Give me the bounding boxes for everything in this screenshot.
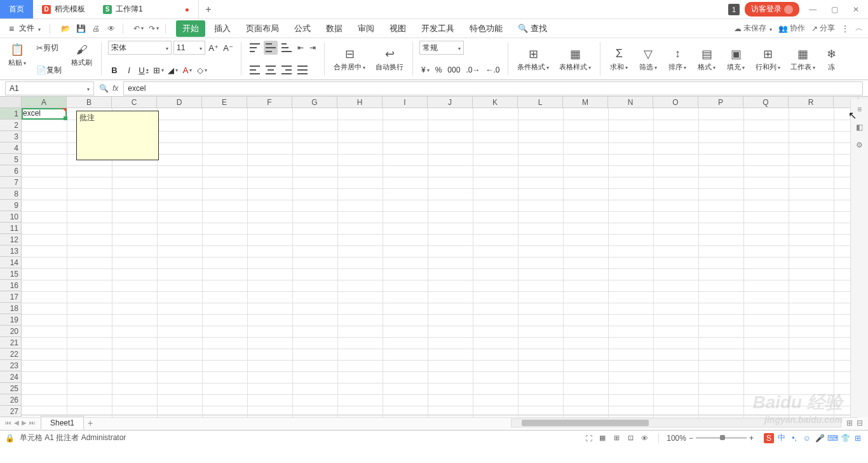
notification-badge[interactable]: 1 (728, 4, 740, 15)
close-button[interactable]: ✕ (848, 3, 864, 16)
tab-view[interactable]: 视图 (383, 20, 412, 37)
align-justify-button[interactable] (295, 63, 309, 77)
row-header-20[interactable]: 20 (0, 326, 21, 337)
cut-button[interactable]: ✂ 剪切 (34, 41, 60, 55)
copy-button[interactable]: 📄 复制 (34, 63, 64, 77)
align-right-button[interactable] (280, 63, 294, 77)
font-combo[interactable]: 宋体 (108, 41, 172, 55)
merge-button[interactable]: ⊟合并居中 (331, 41, 368, 77)
col-header-D[interactable]: D (157, 97, 202, 107)
row-header-1[interactable]: 1 (0, 108, 21, 120)
unsaved-indicator[interactable]: ☁ 未保存 (734, 23, 772, 34)
conditional-format-button[interactable]: ⊞条件格式 (515, 41, 552, 77)
fill-color-button[interactable]: ◢ (166, 63, 179, 77)
row-header-12[interactable]: 12 (0, 234, 21, 245)
col-header-H[interactable]: H (337, 97, 383, 107)
expand-fx-button[interactable]: 🔍 (99, 84, 109, 93)
paste-button[interactable]: 📋 粘贴 (5, 41, 29, 69)
row-header-3[interactable]: 3 (0, 131, 21, 142)
font-color-button[interactable]: A (181, 63, 194, 77)
open-button[interactable]: 📂 (59, 22, 72, 35)
add-sheet-button[interactable]: + (88, 418, 93, 428)
collapse-ribbon[interactable]: ︿ (855, 23, 863, 34)
file-menu[interactable]: 文件 (5, 22, 44, 35)
tab-formula[interactable]: 公式 (288, 20, 317, 37)
sheet-last-button[interactable]: ⏭ (29, 419, 36, 426)
row-header-10[interactable]: 10 (0, 211, 21, 223)
bold-button[interactable]: B (108, 63, 121, 77)
table-style-button[interactable]: ▦表格样式 (557, 41, 593, 77)
col-header-A[interactable]: A (22, 97, 67, 107)
ime-zh-icon[interactable]: 中 (776, 433, 787, 443)
italic-button[interactable]: I (123, 63, 135, 77)
col-header-J[interactable]: J (428, 97, 473, 107)
save-button[interactable]: 💾 (74, 22, 87, 35)
view-page-button[interactable]: ⊞ (610, 432, 623, 444)
tab-developer[interactable]: 开发工具 (415, 20, 461, 37)
align-top-button[interactable] (248, 41, 262, 55)
align-left-button[interactable] (248, 63, 262, 77)
decrease-font-button[interactable]: A⁻ (222, 41, 234, 55)
col-header-K[interactable]: K (473, 97, 518, 107)
row-header-6[interactable]: 6 (0, 165, 21, 177)
horizontal-scrollbar[interactable] (511, 418, 841, 427)
ime-keyboard-icon[interactable]: ⌨ (827, 433, 837, 443)
zoom-out-button[interactable]: − (689, 434, 693, 443)
col-header-L[interactable]: L (518, 97, 563, 107)
wrap-button[interactable]: ↩自动换行 (373, 41, 406, 77)
select-all-corner[interactable] (0, 97, 22, 108)
row-header-15[interactable]: 15 (0, 268, 21, 280)
sort-button[interactable]: ↕排序 (665, 41, 689, 77)
undo-button[interactable]: ↶ (132, 22, 145, 35)
percent-button[interactable]: % (433, 63, 444, 77)
ime-emoji-icon[interactable]: ☺ (802, 433, 812, 443)
row-header-16[interactable]: 16 (0, 280, 21, 291)
sheet-next-button[interactable]: ▶ (22, 419, 27, 426)
row-header-13[interactable]: 13 (0, 245, 21, 257)
font-size-combo[interactable]: 11 (173, 41, 205, 55)
col-header-P[interactable]: P (698, 97, 743, 107)
tab-review[interactable]: 审阅 (351, 20, 381, 37)
collab-button[interactable]: 👥 协作 (778, 23, 805, 34)
row-header-26[interactable]: 26 (0, 394, 21, 406)
indent-increase-button[interactable]: ⇥ (308, 41, 318, 55)
row-header-7[interactable]: 7 (0, 177, 21, 188)
tab-document[interactable]: S 工作簿1 ● (94, 0, 199, 18)
row-header-18[interactable]: 18 (0, 303, 21, 314)
align-middle-button[interactable] (264, 41, 278, 55)
row-header-27[interactable]: 27 (0, 406, 21, 417)
format-painter-button[interactable]: 🖌 格式刷 (69, 41, 95, 69)
sheet-first-button[interactable]: ⏮ (5, 419, 11, 426)
col-header-Q[interactable]: Q (743, 97, 789, 107)
cells-area[interactable]: excel 批注 (22, 108, 858, 417)
ime-sogou-icon[interactable]: S (764, 433, 774, 443)
print-button[interactable]: 🖨 (90, 22, 102, 35)
row-header-11[interactable]: 11 (0, 223, 21, 234)
tab-docer[interactable]: D 稻壳模板 (33, 0, 94, 18)
preview-button[interactable]: 👁 (105, 22, 118, 35)
login-button[interactable]: 访客登录 (745, 2, 799, 17)
comment-box[interactable]: 批注 (76, 111, 159, 160)
worksheet-button[interactable]: ▦工作表 (788, 41, 818, 77)
maximize-button[interactable]: ▢ (826, 3, 843, 16)
row-header-14[interactable]: 14 (0, 257, 21, 268)
col-header-O[interactable]: O (653, 97, 698, 107)
minimize-button[interactable]: — (804, 3, 821, 16)
col-header-R[interactable]: R (789, 97, 834, 107)
underline-button[interactable]: U (137, 63, 150, 77)
col-header-I[interactable]: I (383, 97, 428, 107)
zoom-in-button[interactable]: + (749, 434, 754, 443)
tab-add-button[interactable]: + (199, 0, 218, 18)
view-normal-button[interactable]: ▦ (596, 432, 609, 444)
row-header-17[interactable]: 17 (0, 291, 21, 303)
tab-insert[interactable]: 插入 (208, 20, 237, 37)
col-header-B[interactable]: B (67, 97, 112, 107)
ime-skin-icon[interactable]: 👕 (840, 433, 850, 443)
align-bottom-button[interactable] (280, 41, 294, 55)
grid-mode-icon[interactable]: ⊞ (846, 418, 853, 427)
row-header-8[interactable]: 8 (0, 188, 21, 200)
redo-button[interactable]: ↷ (147, 22, 160, 35)
ime-mic-icon[interactable]: 🎤 (815, 433, 825, 443)
border-button[interactable]: ⊞ (152, 63, 165, 77)
row-header-2[interactable]: 2 (0, 120, 21, 131)
